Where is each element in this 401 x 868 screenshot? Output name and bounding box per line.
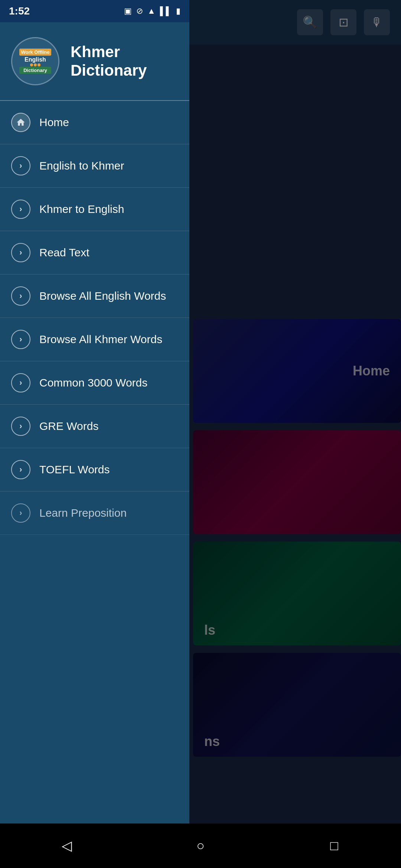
sim-icon: ▣ [124, 6, 132, 16]
sidebar-item-learn-preposition-label: Learn Preposition [39, 507, 127, 519]
status-icons: ▣ ⊘ ▲ ▌▌ ▮ [124, 6, 180, 16]
bottom-navigation: ◁ ○ □ [0, 823, 401, 868]
sidebar-item-english-to-khmer[interactable]: › English to Khmer [0, 144, 189, 188]
sidebar-item-browse-all-english[interactable]: › Browse All English Words [0, 274, 189, 318]
battery-icon: ▮ [176, 6, 180, 16]
sidebar-item-khmer-to-english[interactable]: › Khmer to English [0, 188, 189, 231]
no-location-icon: ⊘ [136, 6, 143, 16]
home-svg [16, 118, 26, 127]
arrow-icon-7: › [11, 417, 30, 436]
arrow-icon-9: › [11, 503, 30, 523]
recent-icon: □ [330, 838, 338, 854]
home-nav-icon: ○ [196, 838, 205, 854]
home-button[interactable]: ○ [186, 831, 215, 861]
sidebar-item-read-text-label: Read Text [39, 246, 89, 259]
arrow-icon-1: › [11, 156, 30, 175]
home-icon [11, 113, 30, 132]
sidebar-item-english-to-khmer-label: English to Khmer [39, 160, 124, 172]
sidebar-item-khmer-to-english-label: Khmer to English [39, 203, 124, 216]
logo-work-offline: Work Offline [19, 49, 51, 56]
logo-dictionary: Dictionary [19, 67, 51, 74]
back-icon: ◁ [62, 838, 72, 854]
sidebar-item-toefl-words[interactable]: › TOEFL Words [0, 448, 189, 491]
signal-icon: ▌▌ [160, 6, 172, 16]
sidebar-item-common-3000-label: Common 3000 Words [39, 377, 147, 389]
wifi-icon: ▲ [147, 6, 156, 16]
sidebar-item-home[interactable]: Home [0, 101, 189, 144]
arrow-icon-5: › [11, 330, 30, 349]
sidebar-item-gre-words-label: GRE Words [39, 420, 98, 433]
app-title: Khmer Dictionary [71, 43, 147, 80]
arrow-icon-4: › [11, 286, 30, 306]
drawer-overlay[interactable] [189, 0, 401, 868]
app-logo: Work Offline English Dictionary [11, 37, 59, 85]
sidebar-item-toefl-words-label: TOEFL Words [39, 463, 110, 476]
navigation-drawer: 1:52 ▣ ⊘ ▲ ▌▌ ▮ Work Offline English Dic… [0, 0, 189, 868]
arrow-icon-3: › [11, 243, 30, 262]
sidebar-item-browse-all-english-label: Browse All English Words [39, 290, 166, 302]
sidebar-item-read-text[interactable]: › Read Text [0, 231, 189, 274]
sidebar-item-browse-all-khmer-label: Browse All Khmer Words [39, 333, 162, 346]
sidebar-item-common-3000[interactable]: › Common 3000 Words [0, 361, 189, 405]
sidebar-item-gre-words[interactable]: › GRE Words [0, 405, 189, 448]
sidebar-item-learn-preposition[interactable]: › Learn Preposition [0, 491, 189, 535]
status-bar: 1:52 ▣ ⊘ ▲ ▌▌ ▮ [0, 0, 189, 22]
arrow-icon-8: › [11, 460, 30, 479]
nav-list: Home › English to Khmer › Khmer to Engli… [0, 101, 189, 868]
logo-for-dots [19, 63, 51, 66]
recent-button[interactable]: □ [319, 831, 349, 861]
sidebar-item-home-label: Home [39, 116, 69, 129]
sidebar-item-browse-all-khmer[interactable]: › Browse All Khmer Words [0, 318, 189, 361]
logo-english: English [19, 56, 51, 63]
status-time: 1:52 [9, 5, 30, 17]
back-button[interactable]: ◁ [52, 831, 82, 861]
arrow-icon-6: › [11, 373, 30, 392]
drawer-header: Work Offline English Dictionary Khmer Di… [0, 22, 189, 101]
arrow-icon-2: › [11, 200, 30, 219]
